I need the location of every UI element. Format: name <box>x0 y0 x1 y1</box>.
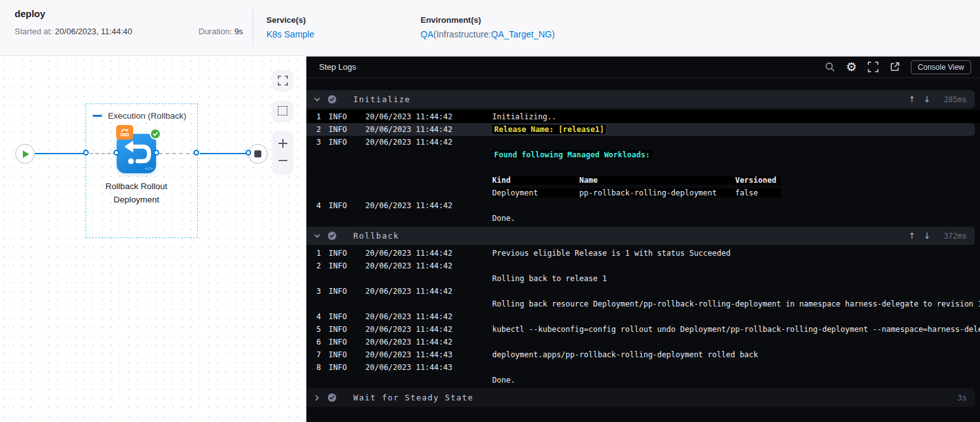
services-label: Service(s) <box>266 15 314 25</box>
step-node-label: Rollback Rollout Deployment <box>86 180 187 206</box>
step-success-check-icon <box>327 231 337 241</box>
play-icon <box>23 150 29 158</box>
stop-icon <box>254 150 261 157</box>
log-line: 4INFO20/06/2023 11:44:42 <box>306 310 980 323</box>
section-duration: 285ms <box>939 95 967 104</box>
header-divider <box>252 9 253 46</box>
log-section-initialize: Initialize↑↓285ms1INFO20/06/2023 11:44:4… <box>306 90 980 225</box>
log-line: Done. <box>306 212 980 225</box>
log-line: Kind Name Versioned <box>306 174 980 187</box>
scroll-to-top-icon[interactable]: ↑ <box>908 231 915 241</box>
log-line: Rolling back to release 1 <box>306 272 980 285</box>
duration: Duration: 9s <box>199 27 243 36</box>
started-at: Started at: 20/06/2023, 11:44:40 <box>15 27 133 36</box>
log-line: Deployment pp-rollback-rolling-deploymen… <box>306 187 980 199</box>
section-log-lines: 1INFO20/06/2023 11:44:42Initializing..2I… <box>306 110 980 225</box>
step-node-rollback-rollout-deployment[interactable]: </> <box>117 134 156 173</box>
section-header[interactable]: Initialize↑↓285ms <box>306 90 975 109</box>
open-in-new-tab-icon[interactable] <box>889 62 900 72</box>
success-check-icon <box>150 128 161 140</box>
connector-port <box>114 150 119 155</box>
connector-port <box>193 150 199 155</box>
scroll-to-top-icon[interactable]: ↑ <box>908 95 915 104</box>
canvas-select-region-button[interactable] <box>273 101 292 121</box>
section-title: Wait for Steady State <box>353 393 474 402</box>
chevron-right-icon[interactable] <box>313 394 327 402</box>
connector-port <box>83 150 89 155</box>
step-logs-panel: Step Logs ⚙ Console View Initialize↑↓285… <box>306 56 980 422</box>
collapse-dash-icon[interactable] <box>93 115 102 117</box>
log-line: 5INFO20/06/2023 11:44:42kubectl --kubeco… <box>306 323 980 336</box>
dashed-selection-icon <box>278 106 287 115</box>
step-success-check-icon <box>327 393 337 402</box>
log-line: 4INFO20/06/2023 11:44:42 <box>306 199 980 212</box>
environments-label: Environment(s) <box>421 15 555 25</box>
zoom-out-button[interactable] <box>277 155 289 166</box>
pipeline-canvas[interactable]: Execution (Rollback) <box>0 56 306 422</box>
log-section-rollback: Rollback↑↓372ms1INFO20/06/2023 11:44:42P… <box>306 227 980 386</box>
chevron-down-icon[interactable] <box>313 96 327 103</box>
section-title: Rollback <box>353 231 399 241</box>
environments-block: Environment(s) QA(Infrastructure:QA_Targ… <box>421 15 555 39</box>
console-view-button[interactable]: Console View <box>911 60 971 74</box>
log-line: Rolling back resource Deployment/pp-roll… <box>306 298 980 310</box>
log-line: Found following Managed Workloads: <box>306 148 980 161</box>
scroll-to-bottom-icon[interactable]: ↓ <box>924 95 931 104</box>
page-title: deploy <box>15 8 45 19</box>
section-title: Initialize <box>353 95 410 104</box>
log-line: 2INFO20/06/2023 11:44:42Release Name: [r… <box>306 123 975 136</box>
chevron-down-icon[interactable] <box>313 232 327 240</box>
step-type-badge-icon <box>116 125 133 140</box>
connector-port <box>154 150 159 155</box>
scroll-to-bottom-icon[interactable]: ↓ <box>924 231 931 241</box>
environment-link[interactable]: QA(Infrastructure:QA_Target_NG) <box>421 29 555 39</box>
edge-dashed-left <box>89 153 117 154</box>
section-log-lines: 1INFO20/06/2023 11:44:42Previous eligibl… <box>306 247 980 386</box>
search-icon[interactable] <box>825 62 835 72</box>
log-section-wait-for-steady-state: Wait for Steady State3s <box>306 388 980 407</box>
step-logs-title: Step Logs <box>319 62 356 72</box>
log-line: 6INFO20/06/2023 11:44:42 <box>306 336 980 348</box>
execution-header: deploy Started at: 20/06/2023, 11:44:40 … <box>0 0 980 56</box>
log-line: Done. <box>306 374 980 386</box>
section-header[interactable]: Wait for Steady State3s <box>306 388 975 407</box>
edge-start <box>35 153 86 154</box>
log-line: 8INFO20/06/2023 11:44:43 <box>306 361 980 374</box>
section-header[interactable]: Rollback↑↓372ms <box>306 227 975 245</box>
log-sections-container: Initialize↑↓285ms1INFO20/06/2023 11:44:4… <box>306 78 980 407</box>
log-line: 1INFO20/06/2023 11:44:42Previous eligibl… <box>306 247 980 260</box>
log-line <box>306 161 980 174</box>
log-line: 7INFO20/06/2023 11:44:43deployment.apps/… <box>306 348 980 361</box>
connector-port <box>245 150 251 155</box>
settings-gear-icon[interactable]: ⚙ <box>846 61 857 73</box>
step-logs-header: Step Logs ⚙ Console View <box>306 56 980 78</box>
zoom-in-button[interactable] <box>277 138 289 149</box>
canvas-zoom-controls <box>273 131 292 173</box>
section-duration: 3s <box>939 393 967 402</box>
pipeline-start-node <box>15 144 35 164</box>
log-line: 1INFO20/06/2023 11:44:42Initializing.. <box>306 110 980 123</box>
stage-label[interactable]: Execution (Rollback) <box>93 111 186 121</box>
edge-end <box>200 153 249 154</box>
log-line: 2INFO20/06/2023 11:44:42 <box>306 260 980 272</box>
expand-fullscreen-icon[interactable] <box>868 62 879 72</box>
services-block: Service(s) K8s Sample <box>266 15 314 39</box>
log-line: 3INFO20/06/2023 11:44:42 <box>306 136 980 148</box>
pipeline-end-node <box>248 144 268 164</box>
log-line: 3INFO20/06/2023 11:44:42 <box>306 285 980 298</box>
script-glyph: </> <box>145 166 153 171</box>
service-link[interactable]: K8s Sample <box>266 29 314 39</box>
edge-dashed-right <box>159 153 197 154</box>
step-success-check-icon <box>327 95 337 104</box>
pipeline-execution-page: deploy Started at: 20/06/2023, 11:44:40 … <box>0 0 980 422</box>
section-duration: 372ms <box>939 232 967 241</box>
canvas-fullscreen-button[interactable] <box>273 70 292 90</box>
